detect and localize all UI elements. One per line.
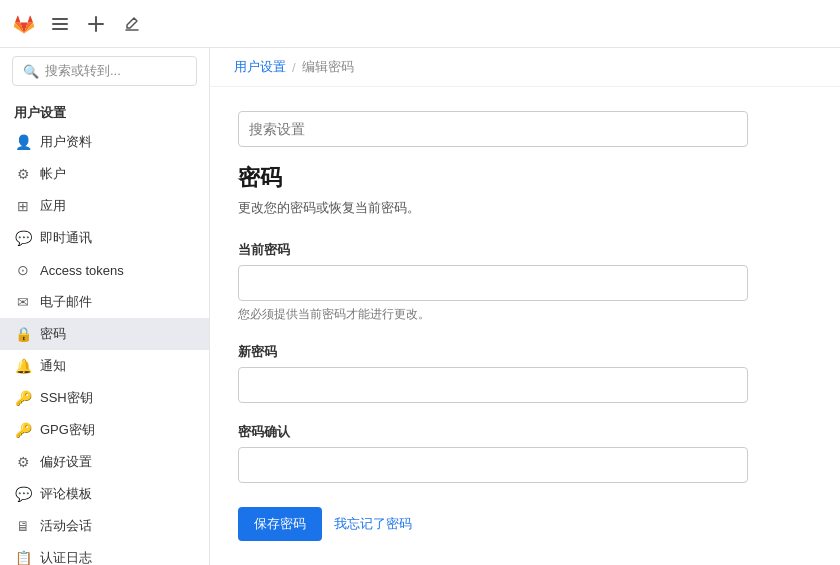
sidebar-item-icon-active-sessions: 🖥 <box>14 517 32 535</box>
sidebar-item-preferences[interactable]: ⚙ 偏好设置 <box>0 446 209 478</box>
sidebar-item-icon-email: ✉ <box>14 293 32 311</box>
forgot-password-link[interactable]: 我忘记了密码 <box>334 515 412 533</box>
sidebar-item-active-sessions[interactable]: 🖥 活动会话 <box>0 510 209 542</box>
sidebar-item-label-audit-log: 认证日志 <box>40 549 92 565</box>
sidebar-item-label-password: 密码 <box>40 325 66 343</box>
sidebar-item-icon-password: 🔒 <box>14 325 32 343</box>
edit-button[interactable] <box>116 8 148 40</box>
sidebar-item-icon-audit-log: 📋 <box>14 549 32 565</box>
new-password-section: 新密码 <box>238 343 812 403</box>
sidebar-item-label-profile: 用户资料 <box>40 133 92 151</box>
svg-rect-1 <box>52 23 68 25</box>
sidebar-item-account[interactable]: ⚙ 帐户 <box>0 158 209 190</box>
sidebar-search-area: 🔍 搜索或转到... <box>0 48 209 94</box>
topbar <box>0 0 840 48</box>
sidebar-item-icon-notifications: 🔔 <box>14 357 32 375</box>
sidebar-item-icon-im: 💬 <box>14 229 32 247</box>
sidebar: 🔍 搜索或转到... 用户设置 👤 用户资料 ⚙ 帐户 ⊞ 应用 💬 即时通讯 … <box>0 48 210 565</box>
confirm-password-section: 密码确认 <box>238 423 812 483</box>
confirm-password-input[interactable] <box>238 447 748 483</box>
save-password-button[interactable]: 保存密码 <box>238 507 322 541</box>
current-password-section: 当前密码 您必须提供当前密码才能进行更改。 <box>238 241 812 323</box>
current-password-label: 当前密码 <box>238 241 812 259</box>
sidebar-item-label-ssh: SSH密钥 <box>40 389 93 407</box>
sidebar-item-icon-apps: ⊞ <box>14 197 32 215</box>
sidebar-item-label-comment-templates: 评论模板 <box>40 485 92 503</box>
sidebar-item-label-account: 帐户 <box>40 165 66 183</box>
sidebar-item-label-im: 即时通讯 <box>40 229 92 247</box>
sidebar-item-label-notifications: 通知 <box>40 357 66 375</box>
sidebar-item-im[interactable]: 💬 即时通讯 <box>0 222 209 254</box>
content-area: 密码 更改您的密码或恢复当前密码。 当前密码 您必须提供当前密码才能进行更改。 … <box>210 87 840 565</box>
settings-search-input[interactable] <box>238 111 748 147</box>
sidebar-item-icon-ssh: 🔑 <box>14 389 32 407</box>
new-password-input[interactable] <box>238 367 748 403</box>
sidebar-items-container: 👤 用户资料 ⚙ 帐户 ⊞ 应用 💬 即时通讯 ⊙ Access tokens … <box>0 126 209 565</box>
search-placeholder: 搜索或转到... <box>45 62 121 80</box>
settings-search-area <box>238 111 812 147</box>
sidebar-toggle-button[interactable] <box>44 8 76 40</box>
sidebar-item-comment-templates[interactable]: 💬 评论模板 <box>0 478 209 510</box>
new-item-button[interactable] <box>80 8 112 40</box>
breadcrumb-current: 编辑密码 <box>302 58 354 76</box>
sidebar-item-ssh[interactable]: 🔑 SSH密钥 <box>0 382 209 414</box>
sidebar-item-gpg[interactable]: 🔑 GPG密钥 <box>0 414 209 446</box>
sidebar-item-icon-access-tokens: ⊙ <box>14 261 32 279</box>
sidebar-item-label-active-sessions: 活动会话 <box>40 517 92 535</box>
current-password-hint: 您必须提供当前密码才能进行更改。 <box>238 306 812 323</box>
sidebar-item-icon-account: ⚙ <box>14 165 32 183</box>
current-password-input[interactable] <box>238 265 748 301</box>
sidebar-item-label-email: 电子邮件 <box>40 293 92 311</box>
main-content: 用户设置 / 编辑密码 密码 更改您的密码或恢复当前密码。 当前密码 您必须提供… <box>210 48 840 565</box>
sidebar-item-label-gpg: GPG密钥 <box>40 421 95 439</box>
sidebar-item-icon-gpg: 🔑 <box>14 421 32 439</box>
sidebar-item-label-access-tokens: Access tokens <box>40 263 124 278</box>
confirm-password-label: 密码确认 <box>238 423 812 441</box>
sidebar-item-access-tokens[interactable]: ⊙ Access tokens <box>0 254 209 286</box>
svg-rect-2 <box>52 28 68 30</box>
page-description: 更改您的密码或恢复当前密码。 <box>238 199 812 217</box>
sidebar-item-icon-comment-templates: 💬 <box>14 485 32 503</box>
sidebar-section-label: 用户设置 <box>0 94 209 126</box>
sidebar-item-apps[interactable]: ⊞ 应用 <box>0 190 209 222</box>
sidebar-item-icon-profile: 👤 <box>14 133 32 151</box>
sidebar-item-audit-log[interactable]: 📋 认证日志 <box>0 542 209 565</box>
sidebar-item-label-preferences: 偏好设置 <box>40 453 92 471</box>
svg-rect-0 <box>52 18 68 20</box>
gitlab-logo <box>8 8 40 40</box>
sidebar-item-notifications[interactable]: 🔔 通知 <box>0 350 209 382</box>
search-box[interactable]: 🔍 搜索或转到... <box>12 56 197 86</box>
search-icon: 🔍 <box>23 64 39 79</box>
sidebar-item-icon-preferences: ⚙ <box>14 453 32 471</box>
sidebar-item-email[interactable]: ✉ 电子邮件 <box>0 286 209 318</box>
button-row: 保存密码 我忘记了密码 <box>238 507 812 541</box>
sidebar-item-profile[interactable]: 👤 用户资料 <box>0 126 209 158</box>
sidebar-item-password[interactable]: 🔒 密码 <box>0 318 209 350</box>
sidebar-item-label-apps: 应用 <box>40 197 66 215</box>
breadcrumb: 用户设置 / 编辑密码 <box>210 48 840 87</box>
breadcrumb-parent[interactable]: 用户设置 <box>234 58 286 76</box>
breadcrumb-separator: / <box>292 60 296 75</box>
new-password-label: 新密码 <box>238 343 812 361</box>
page-title: 密码 <box>238 163 812 193</box>
